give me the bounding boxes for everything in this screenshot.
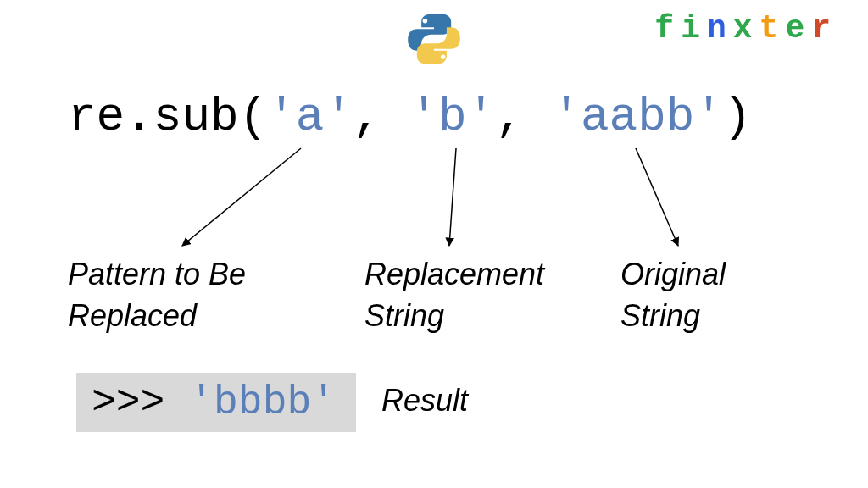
code-func: re.sub: [68, 90, 239, 144]
svg-point-0: [423, 19, 428, 24]
annotation-original-line1: Original: [620, 257, 726, 291]
python-logo-icon: [405, 10, 463, 68]
code-arg3: 'aabb': [552, 90, 723, 144]
brand-letter: t: [760, 10, 786, 47]
code-sep1: ,: [353, 90, 409, 144]
finxter-brand: finxter: [654, 10, 837, 47]
arrow-arg3-icon: [636, 148, 678, 246]
brand-letter: f: [654, 10, 681, 47]
svg-point-1: [441, 54, 446, 59]
result-box: >>> 'bbbb': [76, 373, 356, 432]
brand-letter: x: [733, 10, 760, 47]
arrow-arg2-icon: [449, 148, 456, 246]
code-arg1: 'a': [267, 90, 353, 144]
result-prompt: >>>: [92, 380, 189, 425]
annotation-pattern: Pattern to Be Replaced: [68, 254, 322, 336]
annotation-pattern-line1: Pattern to Be: [68, 257, 246, 291]
brand-letter: n: [707, 10, 733, 47]
annotation-replacement-line2: String: [364, 298, 444, 333]
code-sep2: ,: [495, 90, 552, 144]
annotation-original: Original String: [620, 254, 807, 336]
brand-letter: e: [785, 10, 811, 47]
code-close: ): [723, 90, 752, 144]
annotation-replacement: Replacement String: [364, 254, 585, 336]
result-value: 'bbbb': [189, 380, 336, 425]
arrow-arg1-icon: [182, 148, 301, 246]
annotation-original-line2: String: [620, 298, 700, 333]
code-arg2: 'b': [409, 90, 495, 144]
brand-letter: r: [811, 10, 837, 47]
annotation-replacement-line1: Replacement: [364, 257, 544, 291]
code-expression: re.sub('a', 'b', 'aabb'): [68, 90, 752, 144]
annotation-pattern-line2: Replaced: [68, 298, 197, 333]
code-open: (: [239, 90, 268, 144]
result-label: Result: [381, 383, 468, 419]
brand-letter: i: [681, 10, 707, 47]
diagram-stage: finxter re.sub('a', 'b', 'aabb') Pattern…: [0, 0, 868, 488]
